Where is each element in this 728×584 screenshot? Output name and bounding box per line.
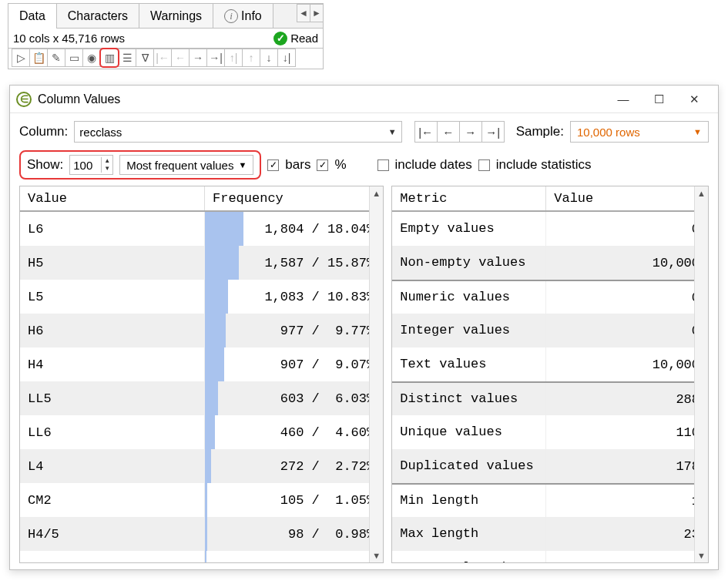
table-row[interactable]: Empty values0 [392, 212, 708, 246]
last-record-button[interactable]: →| [481, 121, 505, 143]
scroll-up-icon[interactable]: ▲ [370, 186, 383, 200]
freq-bar [205, 246, 239, 280]
freq-bar [205, 347, 224, 381]
table-row[interactable]: Text values10,000 [392, 347, 708, 381]
next-record-button[interactable]: → [459, 121, 482, 143]
column-combo-value: recclass [79, 126, 383, 139]
spinner-up-icon[interactable]: ▲ [102, 157, 112, 165]
clipboard-icon[interactable]: 📋 [29, 49, 48, 67]
prev-row-icon[interactable]: ↑ [242, 49, 260, 67]
table-row[interactable]: CM2 105 / 1.05% [20, 483, 383, 517]
table-row[interactable]: L3 83 / 0.83% [20, 551, 383, 562]
stats-scrollbar[interactable]: ▲ ▼ [694, 186, 708, 562]
show-count-spinner[interactable]: ▲ ▼ [69, 155, 113, 175]
sample-combo[interactable]: 10,000 rows ▼ [570, 121, 709, 143]
freq-count-cell: 83 / 0.83% [205, 551, 383, 562]
next-col-icon[interactable]: → [189, 49, 207, 67]
minimize-button[interactable]: — [606, 88, 641, 111]
play-icon[interactable]: ▷ [12, 49, 30, 67]
table-row[interactable]: Distinct values288 [392, 381, 708, 415]
mode-combo[interactable]: Most frequent values ▼ [119, 155, 253, 175]
rows-icon[interactable]: ☰ [118, 49, 136, 67]
first-row-icon[interactable]: ↑| [224, 49, 243, 67]
table-row[interactable]: Min length1 [392, 483, 708, 517]
tab-data[interactable]: Data [8, 4, 57, 28]
first-record-button[interactable]: |← [414, 121, 438, 143]
close-button[interactable]: ✕ [676, 88, 712, 111]
tab-warnings[interactable]: Warnings [139, 4, 213, 28]
tabs-scroll-left-icon[interactable]: ◄ [297, 4, 310, 22]
include-dates-checkbox[interactable] [377, 159, 389, 171]
stats-header-value[interactable]: Value [546, 186, 708, 210]
tab-info[interactable]: i Info [213, 4, 273, 28]
table-row[interactable]: Max length23 [392, 517, 708, 551]
stats-header-metric[interactable]: Metric [392, 186, 546, 210]
freq-value-cell: L3 [20, 551, 205, 562]
freq-bar [205, 517, 207, 551]
tab-characters[interactable]: Characters [57, 4, 139, 28]
bars-checkbox[interactable] [267, 159, 279, 171]
column-combo[interactable]: recclass ▼ [74, 121, 401, 143]
freq-count-cell: 98 / 0.98% [205, 517, 383, 551]
edit-icon[interactable]: ✎ [47, 49, 65, 67]
frequency-table: Value Frequency L61,804 / 18.04%H51,587 … [19, 186, 384, 563]
stats-metric-cell: Text values [392, 347, 546, 381]
show-count-input[interactable] [70, 157, 101, 173]
table-row[interactable]: LL6 460 / 4.60% [20, 415, 383, 449]
prev-record-button[interactable]: ← [437, 121, 460, 143]
tab-info-label: Info [241, 9, 262, 23]
caret-down-icon: ▼ [388, 127, 397, 136]
freq-scrollbar[interactable]: ▲ ▼ [369, 186, 383, 562]
freq-value-cell: CM2 [20, 483, 205, 517]
stats-value-cell: 288 [546, 383, 708, 415]
freq-count-cell: 1,083 / 10.83% [205, 280, 383, 314]
table-row[interactable]: H4/5 98 / 0.98% [20, 517, 383, 551]
table-row[interactable]: H51,587 / 15.87% [20, 246, 383, 280]
table-row[interactable]: L61,804 / 18.04% [20, 212, 383, 246]
prev-col-icon[interactable]: ← [171, 49, 190, 67]
sample-label: Sample: [516, 124, 564, 139]
scroll-down-icon[interactable]: ▼ [370, 549, 383, 562]
maximize-button[interactable]: ☐ [641, 88, 676, 111]
table-row[interactable]: Integer values0 [392, 314, 708, 347]
table-row[interactable]: Non-empty values10,000 [392, 246, 708, 280]
stats-table: Metric Value Empty values0Non-empty valu… [391, 186, 709, 563]
stats-metric-cell: Numeric values [392, 281, 546, 314]
freq-header-frequency[interactable]: Frequency [205, 186, 383, 210]
scroll-down-icon[interactable]: ▼ [695, 549, 708, 562]
stats-value-cell: 10,000 [546, 246, 708, 280]
last-row-icon[interactable]: ↓| [277, 49, 296, 67]
table-row[interactable]: Average length3.0443 [392, 551, 708, 562]
table-row[interactable]: L4 272 / 2.72% [20, 449, 383, 483]
titlebar[interactable]: ∈ Column Values — ☐ ✕ [10, 86, 718, 113]
pct-checkbox[interactable] [317, 159, 328, 171]
freq-count-cell: 1,587 / 15.87% [205, 246, 383, 280]
freq-count-cell: 272 / 2.72% [205, 449, 383, 483]
scroll-up-icon[interactable]: ▲ [695, 186, 708, 200]
stats-value-cell: 23 [546, 517, 708, 551]
table-row[interactable]: Duplicated values178 [392, 449, 708, 483]
freq-count-cell: 1,804 / 18.04% [205, 212, 383, 246]
folder-icon[interactable]: ▭ [65, 49, 83, 67]
include-stats-checkbox[interactable] [478, 159, 490, 171]
last-col-icon[interactable]: →| [206, 49, 225, 67]
spinner-down-icon[interactable]: ▼ [102, 165, 112, 173]
table-row[interactable]: H4 907 / 9.07% [20, 347, 383, 381]
eye-icon[interactable]: ◉ [82, 49, 101, 67]
first-col-icon[interactable]: |← [153, 49, 172, 67]
next-row-icon[interactable]: ↓ [260, 49, 278, 67]
table-row[interactable]: LL5 603 / 6.03% [20, 381, 383, 415]
stats-value-cell: 3.0443 [546, 551, 708, 562]
freq-count-cell: 105 / 1.05% [205, 483, 383, 517]
table-row[interactable]: L51,083 / 10.83% [20, 280, 383, 314]
column-values-icon[interactable]: ▥ [100, 49, 119, 67]
freq-header-value[interactable]: Value [20, 186, 205, 210]
pct-label: % [334, 157, 346, 173]
tabs-scroll-right-icon[interactable]: ► [310, 4, 324, 22]
table-row[interactable]: Numeric values0 [392, 280, 708, 314]
filter-icon[interactable]: ∇ [136, 49, 154, 67]
table-row[interactable]: H6 977 / 9.77% [20, 314, 383, 347]
stats-metric-cell: Empty values [392, 212, 546, 246]
table-row[interactable]: Unique values110 [392, 415, 708, 449]
read-ok-icon: ✓ [273, 32, 287, 45]
